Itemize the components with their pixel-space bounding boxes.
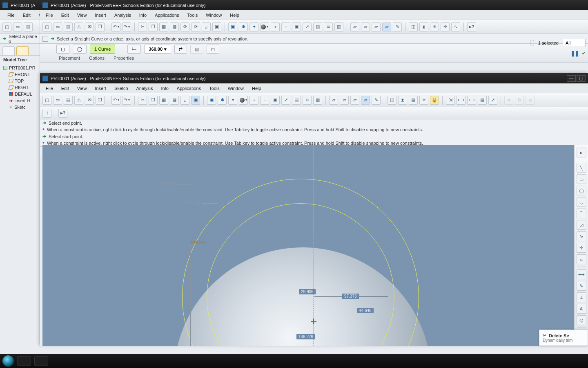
tree-item-top[interactable]: TOP (3, 78, 38, 84)
tree-item-insert[interactable]: ➔Insert H (3, 97, 38, 104)
axis-collector[interactable]: 1 Curve (90, 45, 115, 54)
datum-csys-icon[interactable]: ▱ (382, 22, 391, 31)
sel-box-icon[interactable]: ▣ (191, 96, 200, 105)
dtm-point-toggle-icon[interactable]: ✳ (430, 22, 439, 31)
view-mgr-icon[interactable]: ▥ (313, 96, 322, 105)
line-tool-icon[interactable]: ╲ (577, 163, 586, 173)
paste-special-icon[interactable]: ▦ (170, 22, 179, 31)
remove-material-icon[interactable]: ◻ (207, 45, 219, 54)
sk-7-icon[interactable]: ⧉ (515, 96, 524, 105)
sk-3-icon[interactable]: ⟷ (467, 96, 476, 105)
windows-taskbar[interactable] (0, 354, 588, 368)
cut-icon[interactable]: ✂ (138, 96, 147, 105)
redo-icon[interactable]: ↷ (122, 96, 131, 105)
sk-6-icon[interactable]: ⧈ (504, 96, 513, 105)
saved-view-icon[interactable]: ▤ (313, 22, 322, 31)
graphics-area[interactable]: 290.921 237.123 FRONT 29.906 97.373 44.6… (42, 145, 574, 346)
delete-segment-popup[interactable]: Delete Se Dynamically trim (539, 330, 588, 346)
regenerate-icon[interactable]: ⟳ (180, 22, 189, 31)
no-hidden-icon[interactable]: ▱ (350, 96, 359, 105)
sk-8-icon[interactable]: ⧇ (526, 96, 535, 105)
open-icon[interactable]: ▭ (53, 96, 62, 105)
redo-icon[interactable]: ↷ (122, 22, 131, 31)
dashboard-tabs[interactable]: Placement Options Properties (56, 55, 572, 61)
nav-tab-2[interactable] (16, 46, 29, 55)
zoom-out-icon[interactable]: － (260, 96, 269, 105)
orient-icon[interactable]: ✦ (228, 96, 237, 105)
copy-icon[interactable]: ❐ (149, 22, 158, 31)
dim-value[interactable]: 237.123 (184, 200, 200, 205)
layers-icon[interactable]: ≋ (303, 96, 312, 105)
modify-dim-icon[interactable]: ✎ (577, 281, 586, 291)
new-icon[interactable]: ▢ (42, 96, 51, 105)
thicken-icon[interactable]: ▧ (190, 45, 203, 54)
repaint-icon[interactable]: ▣ (207, 96, 216, 105)
view-mgr-icon[interactable]: ▥ (334, 22, 343, 31)
menu-file[interactable]: File (42, 85, 57, 92)
paste-special-icon[interactable]: ▦ (170, 96, 179, 105)
copy2-icon[interactable]: ❐ (96, 96, 105, 105)
solid-toggle[interactable]: ▢ (56, 45, 69, 54)
wireframe-icon[interactable]: ▱ (329, 96, 338, 105)
open-icon[interactable]: ▭ (13, 22, 22, 31)
dimension-tool-icon[interactable]: ⟷ (577, 269, 586, 279)
tree-item-sketch[interactable]: ✶Sketc (3, 104, 38, 110)
copy-icon[interactable]: ❐ (149, 96, 158, 105)
flip-icon[interactable]: ⇄ (174, 45, 187, 54)
find-icon[interactable]: ⌕ (202, 22, 211, 31)
menu-edit[interactable]: Edit (57, 12, 73, 18)
save-icon[interactable]: ▤ (24, 22, 33, 31)
layers-icon[interactable]: ≋ (324, 22, 333, 31)
new-icon[interactable]: ▢ (42, 22, 51, 31)
find-icon[interactable]: ⌕ (180, 96, 189, 105)
dim-value[interactable]: 290.921 (161, 181, 177, 186)
dim-toggle-icon[interactable]: ◫ (388, 96, 396, 105)
selection-filter-combo[interactable]: All (563, 39, 586, 47)
shaded-icon[interactable]: ▱ (361, 96, 370, 105)
text-tool-icon[interactable]: A (577, 304, 586, 314)
undo-icon[interactable]: ↶ (111, 22, 120, 31)
spin-center-icon[interactable]: ✱ (239, 22, 248, 31)
back-menu-bar-clip[interactable]: File Edit Vi (0, 10, 40, 20)
print-icon[interactable]: ⎙ (74, 22, 83, 31)
fillet-tool-icon[interactable]: ⌒ (577, 209, 586, 218)
select-tool-icon[interactable]: ▸ (577, 148, 586, 157)
tree-item-csys[interactable]: DEFAUL (3, 91, 38, 97)
menu-edit[interactable]: Edit (19, 12, 35, 18)
datum-axis-icon[interactable]: ▱ (361, 22, 370, 31)
revolve-angle-input[interactable]: 360.00 ▾ (144, 45, 171, 54)
save-icon[interactable]: ▤ (64, 22, 73, 31)
cut-icon[interactable]: ✂ (138, 22, 147, 31)
menu-tools[interactable]: Tools (183, 12, 202, 18)
spline-tool-icon[interactable]: ∿ (577, 231, 586, 241)
menu-insert[interactable]: Insert (91, 85, 110, 92)
menu-applications[interactable]: Applications (151, 12, 183, 18)
menu-insert[interactable]: Insert (91, 12, 110, 18)
open-icon[interactable]: ▭ (53, 22, 62, 31)
sk-4-icon[interactable]: ▦ (478, 96, 487, 105)
vertex-toggle-icon[interactable]: ✳ (419, 96, 428, 105)
point-tool-icon[interactable]: ✛ (577, 243, 586, 253)
paste-icon[interactable]: ▦ (159, 96, 168, 105)
saved-view-icon[interactable]: ▤ (292, 96, 301, 105)
menu-tools[interactable]: Tools (205, 85, 224, 92)
front-menu-bar[interactable]: File Edit View Insert Sketch Analysis In… (40, 83, 588, 93)
paste-icon[interactable]: ▦ (159, 22, 168, 31)
menu-view[interactable]: View (73, 12, 91, 18)
shade-mode-icon[interactable] (239, 96, 248, 105)
refit-icon[interactable]: ⤢ (281, 96, 290, 105)
constraint-tool-icon[interactable]: ⊥ (577, 292, 586, 302)
menu-analysis[interactable]: Analysis (110, 12, 135, 18)
pause-icon[interactable]: ❚❚ (570, 50, 579, 56)
dim-tag[interactable]: 148.276 (296, 334, 315, 339)
menu-window[interactable]: Window (202, 12, 226, 18)
menu-edit[interactable]: Edit (57, 85, 73, 92)
check-icon[interactable]: ✔ (582, 51, 586, 56)
menu-analysis[interactable]: Analysis (132, 85, 157, 92)
tab-placement[interactable]: Placement (58, 55, 81, 61)
palette-tool-icon[interactable]: ◎ (577, 315, 586, 325)
menu-window[interactable]: Window (224, 85, 248, 92)
repaint-icon[interactable]: ▣ (228, 22, 237, 31)
menu-file[interactable]: File (3, 12, 19, 18)
save-icon[interactable]: ▤ (64, 96, 73, 105)
